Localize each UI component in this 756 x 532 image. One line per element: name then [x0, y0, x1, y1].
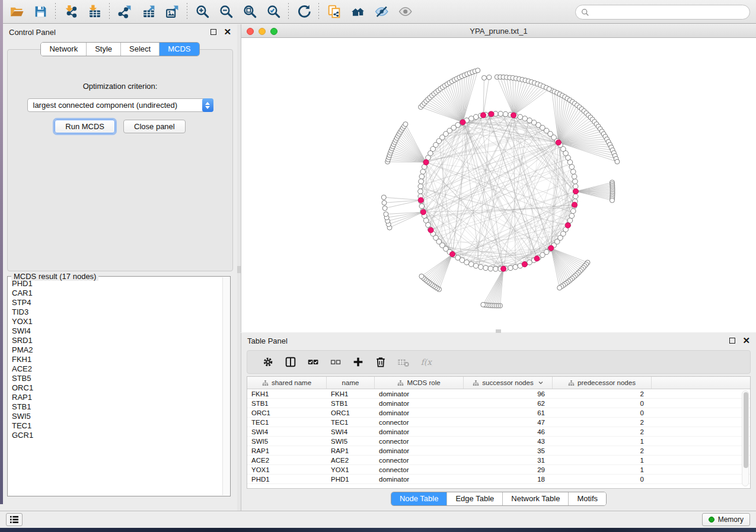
float-window-icon[interactable]	[729, 338, 735, 344]
close-panel-icon[interactable]: ✕	[742, 338, 750, 344]
save-icon[interactable]	[28, 2, 52, 21]
column-header-MCDS-role[interactable]: MCDS role	[375, 377, 464, 389]
cell-MCDS-role: connector	[375, 466, 464, 473]
mcds-node-item[interactable]: FKH1	[12, 355, 222, 364]
desktop-wallpaper-bottom	[0, 528, 756, 532]
mcds-node-item[interactable]: ACE2	[12, 364, 222, 374]
tab-edge-table[interactable]: Edge Table	[447, 492, 503, 505]
zoom-in-icon[interactable]	[190, 2, 214, 21]
mcds-node-item[interactable]: TEC1	[12, 421, 222, 431]
table-toolbar: f(x)	[247, 350, 751, 374]
table-row[interactable]: ACE2ACE2connector311	[247, 456, 750, 465]
cell-shared-name: FKH1	[247, 390, 327, 398]
mcds-panel: Optimization criterion: largest connecte…	[7, 49, 233, 271]
mcds-result-list[interactable]: PHD1CAR1STP4TID3YOX1SWI4SRD1PMA2FKH1ACE2…	[12, 279, 222, 495]
export-network-icon[interactable]	[113, 2, 136, 21]
run-mcds-button[interactable]: Run MCDS	[55, 120, 115, 133]
table-row[interactable]: FKH1FKH1dominator962	[247, 389, 750, 399]
mcds-node-item[interactable]: PMA2	[12, 345, 222, 355]
cell-shared-name: RAP1	[247, 447, 327, 454]
optimization-criterion-select[interactable]: largest connected component (undirected)	[27, 98, 213, 112]
import-table-icon[interactable]	[82, 2, 106, 21]
memory-label: Memory	[718, 515, 744, 524]
share-network-icon[interactable]	[322, 2, 346, 21]
open-icon[interactable]	[5, 2, 28, 21]
tab-mcds[interactable]: MCDS	[160, 43, 199, 56]
window-close-icon[interactable]	[247, 28, 254, 35]
cell-successor-nodes: 47	[464, 419, 553, 426]
search-box[interactable]	[575, 5, 750, 20]
cell-MCDS-role: dominator	[375, 400, 464, 407]
table-row[interactable]: PHD1PHD1dominator180	[247, 475, 750, 484]
network-window: YPA_prune.txt_1	[241, 24, 756, 332]
network-canvas[interactable]	[241, 38, 756, 332]
network-graph[interactable]	[241, 38, 756, 332]
cell-successor-nodes: 61	[464, 409, 553, 416]
mcds-node-item[interactable]: TID3	[12, 307, 222, 317]
table-row[interactable]: TEC1TEC1connector472	[247, 418, 750, 427]
mcds-node-item[interactable]: PHD1	[12, 279, 222, 289]
mcds-node-item[interactable]: SWI4	[12, 326, 222, 336]
search-icon	[581, 8, 589, 17]
table-row[interactable]: ORC1ORC1dominator610	[247, 408, 750, 418]
network-window-titlebar[interactable]: YPA_prune.txt_1	[241, 24, 756, 38]
memory-button[interactable]: Memory	[702, 513, 750, 526]
import-network-icon[interactable]	[59, 2, 82, 21]
mcds-node-item[interactable]: SRD1	[12, 336, 222, 345]
tab-network-table[interactable]: Network Table	[503, 492, 569, 505]
column-header-name[interactable]: name	[327, 377, 375, 389]
zoom-out-icon[interactable]	[214, 2, 238, 21]
select-all-icon[interactable]	[302, 352, 324, 371]
mcds-node-item[interactable]: STB1	[12, 402, 222, 412]
split-view-icon[interactable]	[279, 352, 302, 371]
column-header-successor-nodes[interactable]: successor nodes	[464, 377, 553, 389]
first-neighbors-icon[interactable]	[346, 2, 369, 21]
cell-name: PHD1	[327, 476, 375, 483]
refresh-icon[interactable]	[292, 2, 315, 21]
column-type-icon	[568, 380, 575, 386]
task-history-button[interactable]	[6, 513, 23, 526]
hide-selected-icon[interactable]	[369, 2, 393, 21]
mcds-node-item[interactable]: STP4	[12, 298, 222, 307]
zoom-selected-icon[interactable]	[261, 2, 285, 21]
add-icon[interactable]	[347, 352, 369, 371]
control-panel-tabs: NetworkStyleSelectMCDS	[3, 42, 237, 56]
mcds-node-item[interactable]: ORC1	[12, 383, 222, 393]
table-scrollbar[interactable]	[742, 390, 749, 486]
column-type-icon	[262, 380, 269, 386]
table-row[interactable]: SWI5SWI5connector431	[247, 437, 750, 446]
cell-name: STB1	[327, 400, 375, 407]
toolbar-separator	[318, 3, 319, 21]
window-zoom-icon[interactable]	[270, 28, 277, 35]
float-window-icon[interactable]	[210, 29, 216, 35]
column-header-predecessor-nodes[interactable]: predecessor nodes	[553, 377, 652, 389]
export-table-icon[interactable]	[136, 2, 160, 21]
table-row[interactable]: YOX1YOX1connector291	[247, 465, 750, 475]
table-body: FKH1FKH1dominator962STB1STB1dominator620…	[247, 389, 750, 484]
mcds-node-item[interactable]: STB5	[12, 374, 222, 383]
table-scrollbar-thumb[interactable]	[744, 392, 748, 468]
mcds-node-item[interactable]: RAP1	[12, 393, 222, 402]
gear-icon[interactable]	[257, 352, 279, 371]
mcds-node-item[interactable]: YOX1	[12, 317, 222, 326]
table-row[interactable]: RAP1RAP1dominator352	[247, 446, 750, 456]
mcds-node-item[interactable]: SWI5	[12, 412, 222, 421]
export-image-icon[interactable]	[160, 2, 184, 21]
tab-node-table[interactable]: Node Table	[391, 492, 448, 505]
tab-network[interactable]: Network	[41, 43, 87, 56]
tab-select[interactable]: Select	[121, 43, 160, 56]
mcds-node-item[interactable]: GCR1	[12, 431, 222, 440]
column-header-shared-name[interactable]: shared name	[247, 377, 327, 389]
deselect-all-icon[interactable]	[324, 352, 347, 371]
close-panel-button[interactable]: Close panel	[123, 120, 186, 133]
table-row[interactable]: SWI4SWI4dominator462	[247, 427, 750, 437]
table-row[interactable]: STB1STB1dominator620	[247, 399, 750, 408]
mcds-result-scrollbar[interactable]	[222, 277, 229, 495]
close-panel-icon[interactable]: ✕	[224, 29, 231, 35]
zoom-fit-icon[interactable]	[238, 2, 261, 21]
tab-style[interactable]: Style	[87, 43, 121, 56]
mcds-node-item[interactable]: CAR1	[12, 289, 222, 298]
window-minimize-icon[interactable]	[259, 28, 266, 35]
tab-motifs[interactable]: Motifs	[569, 492, 606, 505]
delete-icon[interactable]	[369, 352, 392, 371]
